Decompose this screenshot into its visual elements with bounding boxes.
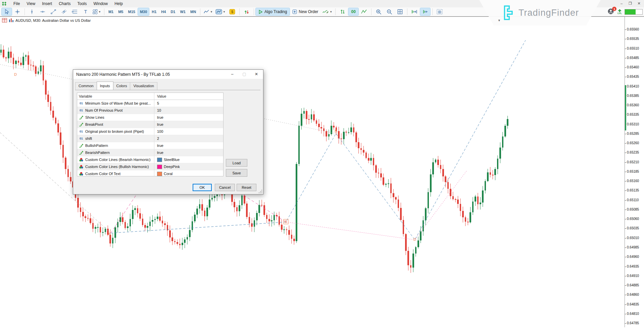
timeframe-m1[interactable]: M1 xyxy=(106,8,115,15)
chart-shift-button[interactable] xyxy=(420,8,430,15)
window-close-button[interactable]: ✕ xyxy=(635,0,643,7)
menu-view[interactable]: View xyxy=(23,0,39,7)
param-value-cell[interactable]: 2 xyxy=(154,135,223,142)
tab-inputs[interactable]: Inputs xyxy=(97,81,113,90)
param-row[interactable]: 01shift2 xyxy=(77,135,223,142)
crosshair-tool-button[interactable] xyxy=(12,8,22,15)
zoom-in-button[interactable] xyxy=(374,8,384,15)
param-value-cell[interactable]: true xyxy=(154,121,223,128)
timeframe-h4[interactable]: H4 xyxy=(159,8,168,15)
timeframe-m5[interactable]: M5 xyxy=(116,8,125,15)
pivot-label-B: B xyxy=(285,220,287,224)
depth-of-market-icon[interactable] xyxy=(338,8,348,15)
zigzag-icon[interactable] xyxy=(359,8,369,15)
param-value-cell[interactable]: 5 xyxy=(154,100,223,107)
timeframe-mn[interactable]: MN xyxy=(188,8,198,15)
param-value-cell[interactable]: true xyxy=(154,149,223,156)
pivot-label-B: B xyxy=(335,129,337,133)
param-value-cell[interactable]: Coral xyxy=(154,170,223,176)
chevron-down-icon: ▼ xyxy=(223,10,226,13)
window-restore-button[interactable]: ❐ xyxy=(626,0,635,7)
timeframe-h1[interactable]: H1 xyxy=(150,8,158,15)
menu-tools[interactable]: Tools xyxy=(74,0,90,7)
menu-window[interactable]: Window xyxy=(90,0,111,7)
reset-button[interactable]: Reset xyxy=(237,184,256,191)
timeframe-m15[interactable]: M15 xyxy=(126,8,137,15)
timeframe-m30[interactable]: M30 xyxy=(138,8,149,15)
param-value-cell[interactable]: DeepPink xyxy=(154,163,223,170)
algo-trading-button[interactable]: Algo Trading xyxy=(256,8,290,15)
param-row[interactable]: Show Linestrue xyxy=(77,114,223,121)
timeframe-w1[interactable]: W1 xyxy=(178,8,188,15)
new-order-button[interactable]: New Order xyxy=(290,8,321,15)
param-value-cell[interactable]: 100 xyxy=(154,128,223,135)
param-row[interactable]: BearishPatterntrue xyxy=(77,149,223,156)
param-row[interactable]: BullishPatterntrue xyxy=(77,142,223,149)
dialog-resize-grip[interactable] xyxy=(258,189,262,193)
tab-colors[interactable]: Colors xyxy=(113,82,131,90)
zoom-out-button[interactable] xyxy=(384,8,394,15)
number-param-icon: 01 xyxy=(79,100,84,107)
ok-button[interactable]: OK xyxy=(193,184,212,191)
param-value-cell[interactable]: 10 xyxy=(154,107,223,114)
add-indicator-button[interactable]: ▼ xyxy=(321,8,333,15)
menu-charts[interactable]: Charts xyxy=(55,0,74,7)
chart-mini-icon[interactable] xyxy=(9,18,14,22)
auto-scroll-button[interactable] xyxy=(409,8,419,15)
tab-common[interactable]: Common xyxy=(75,82,97,90)
chart-type-line-button[interactable]: ▼ xyxy=(202,8,214,15)
load-button[interactable]: Load xyxy=(226,159,247,167)
cursor-tool-button[interactable] xyxy=(2,8,12,15)
channel-tool-button[interactable] xyxy=(59,8,69,15)
text-tool-button[interactable]: T xyxy=(81,8,91,15)
timeframe-d1[interactable]: D1 xyxy=(168,8,177,15)
trendline-tool-button[interactable] xyxy=(48,8,58,15)
param-row[interactable]: Custom Color Lines (Bullish Harmonic)Dee… xyxy=(77,163,223,170)
level-up-icon xyxy=(618,9,622,12)
param-row[interactable]: 01Minimum Size of Wave (Must be great...… xyxy=(77,100,223,107)
bool-param-icon xyxy=(79,122,84,127)
toolbar-separator xyxy=(200,8,200,15)
indicator-properties-dialog: Navarro 200 Harmonic Pattern MT5 - By TF… xyxy=(73,69,263,194)
screenshot-button[interactable] xyxy=(435,8,445,15)
menu-file[interactable]: File xyxy=(10,0,23,7)
price-tick: 0.64985 xyxy=(627,245,639,249)
param-row[interactable]: 01Num Of Previous Pivot10 xyxy=(77,107,223,114)
price-tick: 0.65535 xyxy=(627,37,639,41)
currency-button[interactable]: $ xyxy=(227,8,237,15)
vertical-line-tool-button[interactable] xyxy=(27,8,37,15)
price-tick: 0.65060 xyxy=(627,217,639,221)
dialog-minimize-button[interactable]: – xyxy=(226,70,238,78)
fibonacci-tool-button[interactable] xyxy=(70,8,80,15)
window-minimize-button[interactable]: – xyxy=(617,0,626,7)
chart-properties-icon[interactable] xyxy=(2,18,7,22)
notifications-button[interactable]: 1 xyxy=(607,8,615,15)
tab-visualization[interactable]: Visualization xyxy=(130,82,157,90)
tile-windows-button[interactable] xyxy=(395,8,405,15)
menu-insert[interactable]: Insert xyxy=(39,0,55,7)
tick-chart-button[interactable]: 00 xyxy=(348,8,358,15)
price-tick: 0.65360 xyxy=(627,103,639,107)
price-tick: 0.64810 xyxy=(627,312,639,316)
param-value-cell[interactable]: SteelBlue xyxy=(154,156,223,163)
param-row[interactable]: 01Original pivot to broken pivot (Pipet)… xyxy=(77,128,223,135)
save-button[interactable]: Save xyxy=(226,169,247,177)
param-value-cell[interactable]: true xyxy=(154,142,223,149)
buy-sell-arrows-icon[interactable] xyxy=(242,8,252,15)
dialog-close-button[interactable]: ✕ xyxy=(250,70,262,78)
shapes-tool-button[interactable]: ▼ xyxy=(91,8,102,15)
param-value: true xyxy=(157,121,163,128)
dialog-maximize-button[interactable]: ▢ xyxy=(238,70,250,78)
param-row[interactable]: Custom Color Of TextCoral xyxy=(77,170,223,176)
horizontal-line-tool-button[interactable] xyxy=(38,8,48,15)
price-axis[interactable]: 0.655600.655350.655100.654850.654600.654… xyxy=(625,17,644,327)
param-row[interactable]: Custom Color Lines (Bearish Harmonic)Ste… xyxy=(77,156,223,163)
menu-help[interactable]: Help xyxy=(111,0,126,7)
app-logo-icon xyxy=(2,1,7,6)
level-indicator[interactable]: LVL xyxy=(617,9,622,14)
indicator-window-button[interactable]: ▼ xyxy=(214,8,227,15)
param-value-cell[interactable]: true xyxy=(154,114,223,121)
param-row[interactable]: BreakPivottrue xyxy=(77,121,223,128)
window-controls: – ❐ ✕ xyxy=(617,0,643,7)
cancel-button[interactable]: Cancel xyxy=(215,184,235,191)
